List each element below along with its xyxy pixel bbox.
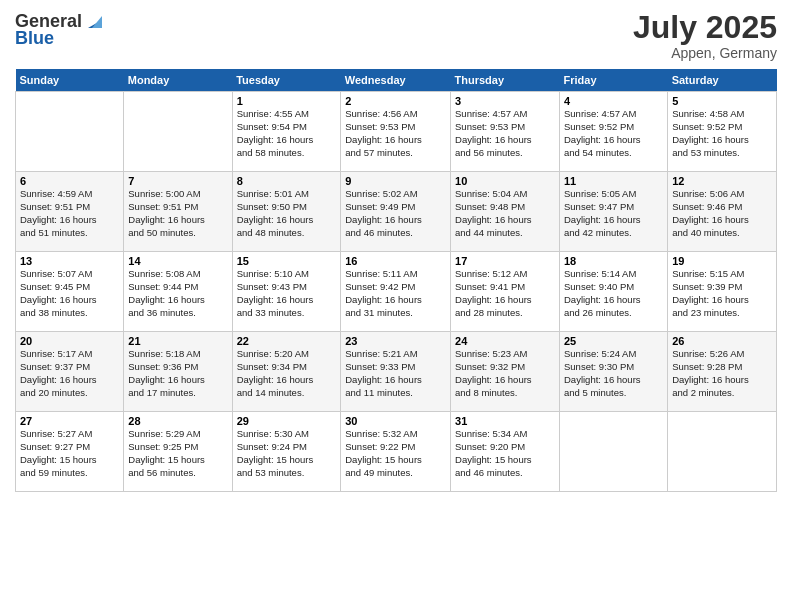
day-info: Sunrise: 5:08 AMSunset: 9:44 PMDaylight:… [128, 268, 227, 319]
calendar-cell: 17Sunrise: 5:12 AMSunset: 9:41 PMDayligh… [451, 252, 560, 332]
col-tuesday: Tuesday [232, 69, 341, 92]
day-number: 10 [455, 175, 555, 187]
calendar-cell: 12Sunrise: 5:06 AMSunset: 9:46 PMDayligh… [668, 172, 777, 252]
header: General Blue July 2025 Appen, Germany [15, 10, 777, 61]
day-number: 1 [237, 95, 337, 107]
day-info: Sunrise: 5:29 AMSunset: 9:25 PMDaylight:… [128, 428, 227, 479]
day-number: 3 [455, 95, 555, 107]
calendar-cell: 18Sunrise: 5:14 AMSunset: 9:40 PMDayligh… [560, 252, 668, 332]
calendar-cell: 7Sunrise: 5:00 AMSunset: 9:51 PMDaylight… [124, 172, 232, 252]
day-number: 8 [237, 175, 337, 187]
calendar-cell: 30Sunrise: 5:32 AMSunset: 9:22 PMDayligh… [341, 412, 451, 492]
calendar-cell: 11Sunrise: 5:05 AMSunset: 9:47 PMDayligh… [560, 172, 668, 252]
day-info: Sunrise: 5:17 AMSunset: 9:37 PMDaylight:… [20, 348, 119, 399]
day-number: 25 [564, 335, 663, 347]
svg-marker-1 [92, 16, 102, 28]
day-info: Sunrise: 4:57 AMSunset: 9:53 PMDaylight:… [455, 108, 555, 159]
calendar-cell: 3Sunrise: 4:57 AMSunset: 9:53 PMDaylight… [451, 92, 560, 172]
day-info: Sunrise: 5:11 AMSunset: 9:42 PMDaylight:… [345, 268, 446, 319]
calendar-cell: 13Sunrise: 5:07 AMSunset: 9:45 PMDayligh… [16, 252, 124, 332]
calendar-cell: 29Sunrise: 5:30 AMSunset: 9:24 PMDayligh… [232, 412, 341, 492]
col-thursday: Thursday [451, 69, 560, 92]
calendar-week-4: 20Sunrise: 5:17 AMSunset: 9:37 PMDayligh… [16, 332, 777, 412]
calendar-header-row: Sunday Monday Tuesday Wednesday Thursday… [16, 69, 777, 92]
col-saturday: Saturday [668, 69, 777, 92]
day-number: 22 [237, 335, 337, 347]
day-number: 27 [20, 415, 119, 427]
calendar-cell: 2Sunrise: 4:56 AMSunset: 9:53 PMDaylight… [341, 92, 451, 172]
day-number: 9 [345, 175, 446, 187]
calendar-week-1: 1Sunrise: 4:55 AMSunset: 9:54 PMDaylight… [16, 92, 777, 172]
day-number: 20 [20, 335, 119, 347]
calendar-cell: 25Sunrise: 5:24 AMSunset: 9:30 PMDayligh… [560, 332, 668, 412]
calendar-cell: 21Sunrise: 5:18 AMSunset: 9:36 PMDayligh… [124, 332, 232, 412]
day-number: 26 [672, 335, 772, 347]
day-number: 16 [345, 255, 446, 267]
day-info: Sunrise: 5:10 AMSunset: 9:43 PMDaylight:… [237, 268, 337, 319]
calendar-cell: 15Sunrise: 5:10 AMSunset: 9:43 PMDayligh… [232, 252, 341, 332]
calendar-cell [668, 412, 777, 492]
day-info: Sunrise: 5:07 AMSunset: 9:45 PMDaylight:… [20, 268, 119, 319]
calendar-cell [124, 92, 232, 172]
day-number: 13 [20, 255, 119, 267]
day-number: 14 [128, 255, 227, 267]
calendar-cell: 31Sunrise: 5:34 AMSunset: 9:20 PMDayligh… [451, 412, 560, 492]
day-info: Sunrise: 5:12 AMSunset: 9:41 PMDaylight:… [455, 268, 555, 319]
day-info: Sunrise: 5:21 AMSunset: 9:33 PMDaylight:… [345, 348, 446, 399]
day-number: 24 [455, 335, 555, 347]
day-number: 5 [672, 95, 772, 107]
day-info: Sunrise: 5:02 AMSunset: 9:49 PMDaylight:… [345, 188, 446, 239]
day-info: Sunrise: 5:06 AMSunset: 9:46 PMDaylight:… [672, 188, 772, 239]
calendar-cell: 27Sunrise: 5:27 AMSunset: 9:27 PMDayligh… [16, 412, 124, 492]
calendar-cell: 23Sunrise: 5:21 AMSunset: 9:33 PMDayligh… [341, 332, 451, 412]
page-container: General Blue July 2025 Appen, Germany Su… [0, 0, 792, 612]
col-friday: Friday [560, 69, 668, 92]
calendar-cell: 24Sunrise: 5:23 AMSunset: 9:32 PMDayligh… [451, 332, 560, 412]
day-info: Sunrise: 4:58 AMSunset: 9:52 PMDaylight:… [672, 108, 772, 159]
day-number: 7 [128, 175, 227, 187]
day-info: Sunrise: 4:59 AMSunset: 9:51 PMDaylight:… [20, 188, 119, 239]
day-info: Sunrise: 5:32 AMSunset: 9:22 PMDaylight:… [345, 428, 446, 479]
day-number: 21 [128, 335, 227, 347]
day-number: 2 [345, 95, 446, 107]
day-info: Sunrise: 5:00 AMSunset: 9:51 PMDaylight:… [128, 188, 227, 239]
calendar-cell: 8Sunrise: 5:01 AMSunset: 9:50 PMDaylight… [232, 172, 341, 252]
title-block: July 2025 Appen, Germany [633, 10, 777, 61]
day-info: Sunrise: 4:56 AMSunset: 9:53 PMDaylight:… [345, 108, 446, 159]
day-number: 30 [345, 415, 446, 427]
calendar-week-5: 27Sunrise: 5:27 AMSunset: 9:27 PMDayligh… [16, 412, 777, 492]
day-number: 19 [672, 255, 772, 267]
calendar-cell: 26Sunrise: 5:26 AMSunset: 9:28 PMDayligh… [668, 332, 777, 412]
calendar-cell: 5Sunrise: 4:58 AMSunset: 9:52 PMDaylight… [668, 92, 777, 172]
day-number: 31 [455, 415, 555, 427]
day-info: Sunrise: 5:18 AMSunset: 9:36 PMDaylight:… [128, 348, 227, 399]
day-number: 29 [237, 415, 337, 427]
day-info: Sunrise: 5:34 AMSunset: 9:20 PMDaylight:… [455, 428, 555, 479]
calendar-cell: 28Sunrise: 5:29 AMSunset: 9:25 PMDayligh… [124, 412, 232, 492]
calendar-cell [560, 412, 668, 492]
day-info: Sunrise: 5:15 AMSunset: 9:39 PMDaylight:… [672, 268, 772, 319]
day-info: Sunrise: 5:14 AMSunset: 9:40 PMDaylight:… [564, 268, 663, 319]
day-number: 15 [237, 255, 337, 267]
day-info: Sunrise: 5:26 AMSunset: 9:28 PMDaylight:… [672, 348, 772, 399]
calendar-cell: 10Sunrise: 5:04 AMSunset: 9:48 PMDayligh… [451, 172, 560, 252]
day-info: Sunrise: 5:20 AMSunset: 9:34 PMDaylight:… [237, 348, 337, 399]
day-number: 28 [128, 415, 227, 427]
calendar-cell: 14Sunrise: 5:08 AMSunset: 9:44 PMDayligh… [124, 252, 232, 332]
day-info: Sunrise: 4:55 AMSunset: 9:54 PMDaylight:… [237, 108, 337, 159]
calendar-cell: 16Sunrise: 5:11 AMSunset: 9:42 PMDayligh… [341, 252, 451, 332]
location: Appen, Germany [633, 45, 777, 61]
month-year: July 2025 [633, 10, 777, 45]
day-info: Sunrise: 5:01 AMSunset: 9:50 PMDaylight:… [237, 188, 337, 239]
day-number: 6 [20, 175, 119, 187]
day-number: 17 [455, 255, 555, 267]
calendar-cell: 19Sunrise: 5:15 AMSunset: 9:39 PMDayligh… [668, 252, 777, 332]
day-number: 18 [564, 255, 663, 267]
logo-icon [84, 10, 106, 32]
col-sunday: Sunday [16, 69, 124, 92]
calendar-cell: 1Sunrise: 4:55 AMSunset: 9:54 PMDaylight… [232, 92, 341, 172]
day-info: Sunrise: 5:24 AMSunset: 9:30 PMDaylight:… [564, 348, 663, 399]
day-info: Sunrise: 5:23 AMSunset: 9:32 PMDaylight:… [455, 348, 555, 399]
calendar-cell: 9Sunrise: 5:02 AMSunset: 9:49 PMDaylight… [341, 172, 451, 252]
day-info: Sunrise: 5:04 AMSunset: 9:48 PMDaylight:… [455, 188, 555, 239]
